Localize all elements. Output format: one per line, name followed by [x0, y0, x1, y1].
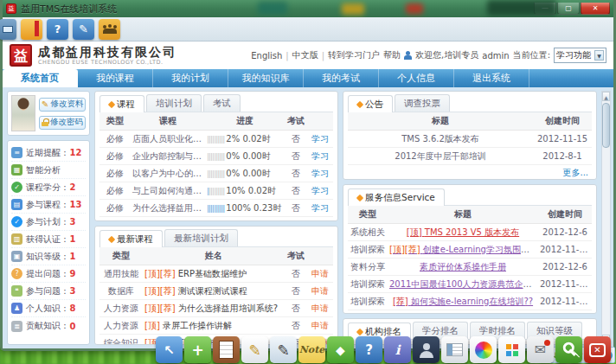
article-link[interactable]: [荐] 如何实施e-learning在线培训??	[393, 297, 533, 306]
avatar	[11, 95, 35, 131]
tab-my-plans[interactable]: 我的计划	[153, 69, 228, 87]
close-button[interactable]: ✕	[581, 3, 610, 15]
table-header-row: 类型课程 进度考试	[99, 112, 333, 131]
location-dropdown[interactable]: 学习功能 ▼	[554, 48, 606, 63]
table-row: 培训探索 2011中国最佳100人力资源典范企业暨榜 ... 2012-11-2…	[348, 276, 592, 293]
stat-personal-knowledge[interactable]: ♟个人知识 :8	[11, 300, 86, 317]
latest-courses-table: 类型姓名 考试 通用技能 [顶][荐] ERP基础数据维护 否申请 数据库 [顶…	[99, 247, 333, 345]
tab-training-plans[interactable]: 培训计划	[146, 94, 202, 112]
table-header-row: 类型姓名 考试	[99, 247, 333, 265]
edit-profile-button[interactable]: ✎修改资料	[39, 98, 86, 112]
stat-questions-joined[interactable]: ❝参与问题 :3	[11, 283, 86, 300]
titlebar[interactable]: 益 益用TMS在线培训系统 — ▢ ✕	[3, 0, 613, 17]
key-icon[interactable]	[555, 336, 582, 363]
scroll-up-arrow[interactable]: ▲	[602, 92, 610, 101]
contact-card-icon[interactable]	[441, 336, 468, 363]
help-icon[interactable]: ?	[47, 19, 68, 40]
pen-icon[interactable]: ✎	[241, 336, 268, 363]
folder-bookmark-icon[interactable]	[21, 19, 42, 40]
article-link[interactable]: [顶] TMS 2013 V5 版本发布	[407, 227, 519, 237]
apply-link[interactable]: 申请	[311, 269, 329, 278]
vertical-scrollbar[interactable]: ▲ ▼	[601, 91, 611, 345]
study-link[interactable]: 学习	[311, 151, 329, 161]
stat-joined-plans[interactable]: ✓参与计划 :3	[11, 214, 86, 231]
study-link[interactable]: 学习	[311, 186, 329, 195]
change-password-button[interactable]: 修改密码	[39, 116, 86, 130]
courses-panel: 课程 培训计划 考试 类型课程 进度考试 必修店面人员职业化训练课程... ||…	[94, 91, 338, 221]
latest-courses-panel: 最新课程 最新培训计划 类型姓名 考试 通用技能 [顶][荐] ERP基础数据维…	[94, 226, 338, 345]
tab-courses[interactable]: 课程	[99, 95, 144, 112]
active-tab-bullet	[356, 195, 363, 201]
apply-link[interactable]: 申请	[311, 321, 329, 330]
quick-toolbar: ? ✎	[3, 17, 613, 42]
stat-recent-reminders[interactable]: ≡近期提醒 :12	[11, 144, 86, 162]
tab-profile[interactable]: 个人信息	[379, 69, 454, 87]
stat-joined-courses[interactable]: ▤参与课程 :13	[11, 196, 86, 214]
tab-announcements[interactable]: 公告	[348, 95, 393, 112]
help-icon[interactable]: ?	[356, 336, 382, 363]
computer-icon[interactable]	[0, 19, 16, 40]
user-icon[interactable]	[413, 336, 440, 363]
right-column: 公告 调查投票 标题创建时间 TMS 3.6.2版本发布2012-11-15 2…	[343, 91, 597, 345]
pencil-icon: ✎	[42, 99, 48, 109]
stat-contributed-knowledge[interactable]: ≣贡献知识 :0	[11, 317, 86, 335]
note-icon[interactable]: Note	[298, 336, 325, 363]
more-link[interactable]: 更多...	[304, 220, 330, 221]
stats-box: ≡近期提醒 :12 ▦智能分析 ✓课程学分 :2 ▤参与课程 :13 ✓参与计划…	[7, 140, 90, 345]
lang-chinese-link[interactable]: 中文版	[292, 49, 318, 61]
apply-link[interactable]: 申请	[311, 303, 329, 313]
color-blocks-icon[interactable]	[498, 336, 525, 363]
lang-english-link[interactable]: English	[251, 51, 282, 61]
username-link[interactable]: admin	[482, 51, 509, 61]
location-value: 学习功能	[556, 49, 591, 61]
tab-logout[interactable]: 退出系统	[454, 69, 529, 87]
clipboard-icon[interactable]	[213, 336, 240, 363]
tab-home[interactable]: 系统首页	[3, 69, 78, 87]
company-logo: 益	[10, 44, 32, 67]
study-link[interactable]: 学习	[311, 203, 329, 213]
tab-latest-plans[interactable]: 最新培训计划	[164, 229, 238, 246]
study-link[interactable]: 学习	[311, 169, 329, 178]
apply-link[interactable]: 申请	[311, 286, 329, 296]
info-icon[interactable]: i	[384, 336, 411, 363]
stat-smart-analysis[interactable]: ▦智能分析	[11, 162, 86, 179]
gem-icon[interactable]: ◆	[327, 336, 354, 363]
tab-my-courses[interactable]: 我的课程	[78, 69, 153, 87]
tab-latest-courses[interactable]: 最新课程	[99, 230, 163, 247]
service-info-panel: 服务信息Service 类型标题创建时间 系统相关 [顶] TMS 2013 V…	[343, 184, 597, 314]
sign-pen-icon[interactable]: ✎	[270, 336, 297, 363]
active-tab-bullet	[356, 101, 363, 108]
tab-surveys[interactable]: 调查投票	[395, 94, 450, 112]
profile-box: ✎修改资料 修改密码	[7, 91, 90, 136]
stat-certifications[interactable]: ▥获得认证 :1	[11, 231, 86, 248]
more-link[interactable]: 更多...	[562, 313, 588, 314]
chevron-down-icon[interactable]: ▼	[594, 50, 604, 61]
close-bubble-icon[interactable]: ✕	[584, 336, 611, 363]
color-wheel-icon[interactable]	[470, 336, 497, 363]
edit-pen-icon[interactable]: ✎	[73, 19, 94, 40]
article-link[interactable]: 素质评价体系操作手册	[420, 262, 506, 271]
stat-knowledge-level[interactable]: ▣知识等级 :1	[11, 248, 86, 265]
stat-questions-asked[interactable]: ?提出问题 :9	[11, 265, 86, 283]
table-row: 培训探索 [顶][荐] 创建e-Learning学习氛围的七大原则 2012-1…	[348, 241, 592, 259]
more-link[interactable]: 更多...	[562, 168, 588, 177]
mail-icon[interactable]: ✉	[527, 336, 554, 363]
tab-my-knowledge[interactable]: 我的知识库	[228, 69, 304, 87]
puzzle-icon[interactable]: +	[184, 336, 211, 363]
article-link[interactable]: [顶][荐] 创建e-Learning学习氛围的七大原则	[389, 245, 538, 254]
table-row: 通用技能 [顶][荐] ERP基础数据维护 否申请	[99, 265, 333, 283]
stat-course-credits[interactable]: ✓课程学分 :2	[11, 179, 86, 196]
people-icon[interactable]	[99, 19, 120, 40]
cursor-icon[interactable]: ↖	[156, 336, 183, 363]
maximize-button[interactable]: ▢	[557, 3, 580, 15]
article-link[interactable]: 2011中国最佳100人力资源典范企业暨榜 ...	[389, 279, 538, 289]
sidebar: ✎修改资料 修改密码 ≡近期提醒 :12 ▦智能分析 ✓课程学分 :2 ▤参与课…	[7, 91, 90, 345]
portal-link[interactable]: 转到学习门户	[328, 49, 380, 61]
study-link[interactable]: 学习	[311, 134, 329, 144]
tab-my-exams[interactable]: 我的考试	[304, 69, 379, 87]
tab-exams[interactable]: 考试	[203, 94, 241, 112]
help-link[interactable]: 帮助	[383, 49, 401, 61]
scrollbar-thumb[interactable]	[602, 103, 610, 148]
tab-service-info[interactable]: 服务信息Service	[348, 188, 445, 206]
certificate-icon: ▥	[11, 233, 22, 245]
